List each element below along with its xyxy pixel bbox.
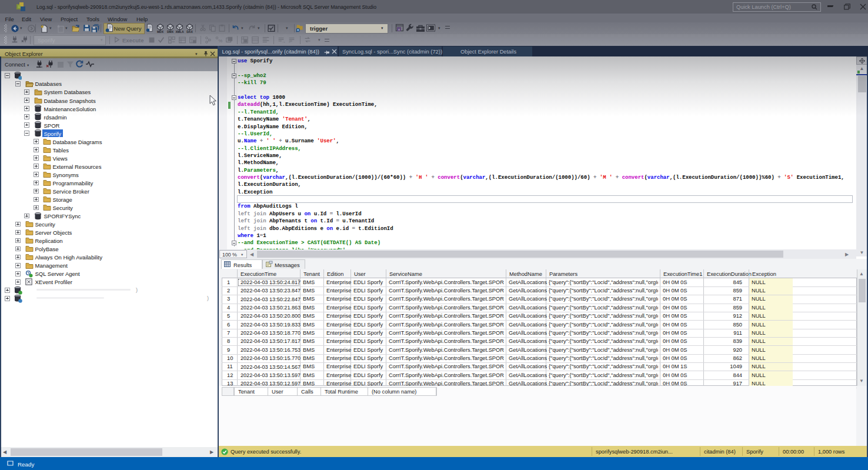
svg-text:←: ←	[288, 39, 292, 44]
svg-text:MDX: MDX	[157, 30, 164, 34]
svg-text:DMX: DMX	[167, 30, 174, 34]
svg-text:DAX: DAX	[186, 30, 193, 34]
svg-text:x: x	[398, 28, 400, 31]
svg-text:%: %	[218, 38, 222, 44]
svg-text:→: →	[282, 39, 286, 44]
svg-text:XMLA: XMLA	[176, 30, 185, 34]
